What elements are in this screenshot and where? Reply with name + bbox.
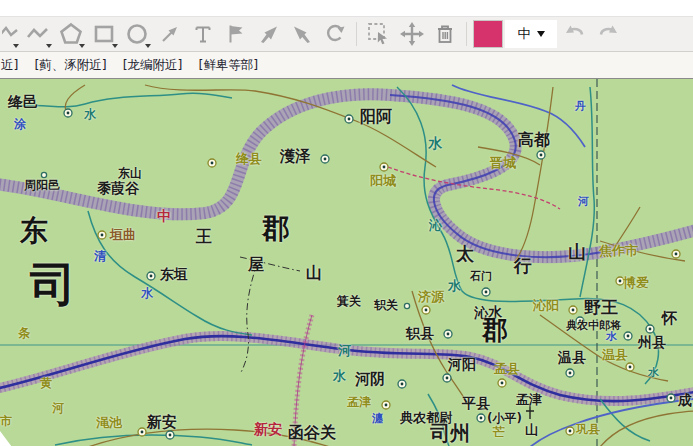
label-boai-mod: 博爱 [623,276,649,289]
map-marker [147,272,155,280]
delete-tool-button[interactable] [429,19,460,49]
label-hanguguan: 函谷关 [288,425,336,441]
map-marker [566,427,574,435]
map-marker [98,231,106,239]
label-zhong-red: 中 [157,209,171,223]
app-window: 中 近][蓟、涿附近][龙编附近][鲜卑等部] [0,0,693,446]
label-dong-big: 东 [20,217,50,245]
caret-down-icon [13,44,19,48]
arrow-nw-tool-button[interactable] [286,19,317,49]
label-heyin: 河阴 [355,372,385,387]
label-tu-river: 涂 [14,118,26,130]
pentagon-tool-button[interactable] [55,19,86,49]
label-shui-qin-upper: 水 [428,136,442,150]
label-sizhou: 司州 [430,423,470,443]
flag-tool-button[interactable] [220,19,251,49]
label-qinyang-mod: 沁阳 [533,299,559,312]
label-shui-mod: 水 [606,331,617,342]
map-marker [208,159,216,167]
label-he-heshui: 河 [338,344,351,357]
redo-button[interactable] [592,19,623,49]
label-jun2-big: 郡 [482,317,510,343]
label-zhouxian: 州县 [638,335,666,349]
map-marker [404,303,409,308]
map-corner-blank [0,431,12,446]
rotate-tool-button[interactable] [319,19,350,49]
undo-button[interactable] [559,19,590,49]
map-marker [382,401,390,409]
map-marker [672,250,680,258]
caret-down-icon [145,44,151,48]
label-mengjin-mod: 孟津 [347,396,371,408]
label-yang-e: 阳阿 [360,109,392,125]
district-boundary [240,257,300,374]
label-qin-river: 沁 [429,219,442,232]
label-zhouyangyi: 周阳邑 [24,179,60,191]
label-gaodu: 高都 [518,132,550,148]
label-jiangxian-mod: 绛县 [236,152,262,165]
map-link-3[interactable]: [鲜卑等部] [198,57,258,74]
text-tool-button[interactable] [187,19,218,49]
caret-down-icon [79,44,85,48]
label-xinan: 新安 [147,415,177,430]
label-shujiagu: 黍葭谷 [97,181,139,195]
map-marker [138,428,146,436]
map-marker [41,172,46,177]
map-marker [380,163,388,171]
label-heyang: 河阳 [448,357,476,371]
map-marker [566,369,574,377]
label-shui-tu: 水 [84,108,96,120]
select-tool-button[interactable] [363,19,394,49]
map-marker [626,363,634,371]
arrow-ne-tool-button[interactable] [253,19,284,49]
label-pingxian: 平县 [462,396,490,410]
ferry-mark [526,405,534,419]
label-qing-river: 清 [94,250,106,262]
label-shimen: 石门 [470,271,492,282]
caret-down-icon [46,44,52,48]
label-jiangyi: 绛邑 [8,95,38,110]
label-zhiguan: 轵关 [374,299,398,311]
label-huang: 黄 [40,377,52,389]
toolbar: 中 [0,17,693,52]
map-canvas[interactable]: 绛邑阳阿濩泽高都东垣周阳邑东山黍葭谷箕关轵关石门沁水轵县河阳温县野王怀州县典农中… [0,79,693,446]
size-dropdown-value: 中 [518,25,531,43]
map-marker [646,325,654,333]
label-shui-qin: 水 [448,279,461,292]
label-zhixian: 轵县 [406,326,434,340]
label-mengjin-ferry: 孟津 [516,393,542,406]
label-yewang: 野王 [584,299,618,316]
label-shan-wuwushan: 山 [306,265,322,281]
label-wenxian-mod: 温县 [602,348,628,361]
size-dropdown[interactable]: 中 [505,20,557,48]
label-jun-big: 郡 [262,215,292,243]
map-marker [624,332,632,340]
map-link-0[interactable]: 近] [1,57,18,74]
map-marker [443,374,451,382]
polyline-tool-button[interactable] [2,19,20,49]
label-si-big: 司 [30,261,78,307]
move-tool-button[interactable] [396,19,427,49]
label-jincheng-mod: 晋城 [490,156,516,169]
label-hang-taihang: 行 [514,257,532,275]
label-cheng: 成 [678,393,692,407]
map-marker [444,330,452,338]
color-swatch[interactable] [473,20,503,48]
toolbar-separator [356,22,357,46]
arrow-tool-button[interactable] [154,19,185,49]
label-tai-taihang: 太 [456,245,474,263]
zigzag-tool-button[interactable] [22,19,53,49]
label-jiyuan-mod: 济源 [418,290,444,303]
caret-down-icon [537,31,545,37]
label-xinan-red: 新安 [254,422,282,436]
rectangle-tool-button[interactable] [88,19,119,49]
map-marker [398,380,406,388]
ellipse-tool-button[interactable] [121,19,152,49]
map-marker [667,394,675,402]
label-dongyuan: 东垣 [160,267,188,281]
map-link-2[interactable]: [龙编附近] [123,57,183,74]
label-gongxian-mod: 巩县 [576,423,600,435]
label-dan-river: 丹 [575,101,586,112]
label-shui-east: 水 [648,367,659,378]
map-link-1[interactable]: [蓟、涿附近] [34,57,106,74]
